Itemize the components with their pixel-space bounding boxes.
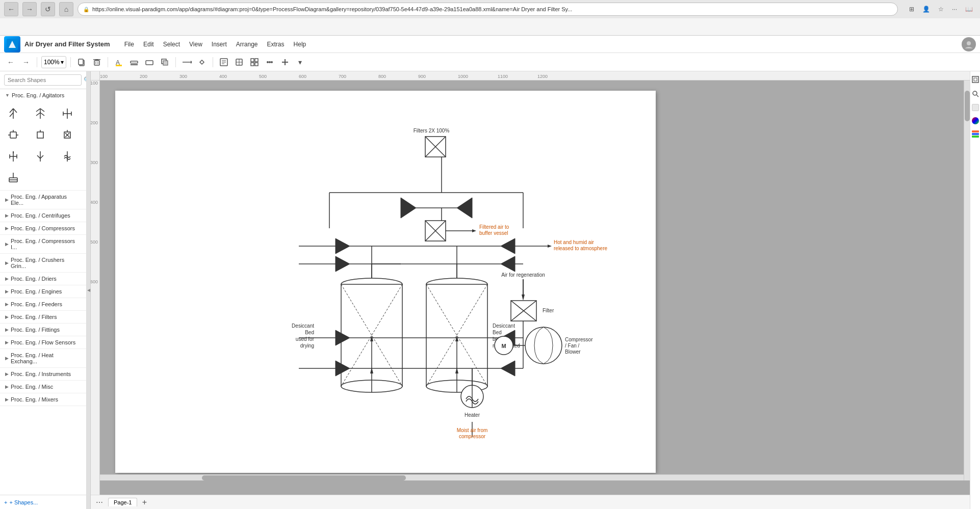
line-color-btn[interactable]: [127, 56, 141, 69]
reload-button[interactable]: ↺: [41, 2, 55, 16]
forward-button[interactable]: →: [22, 2, 37, 16]
ruler-mark-200: 200: [140, 74, 179, 79]
plus-btn[interactable]: [278, 56, 292, 69]
category-heat-exchangers-header[interactable]: ▶ Proc. Eng. / Heat Exchang...: [0, 349, 86, 367]
search-zoom-btn[interactable]: [971, 90, 979, 98]
page-options-btn[interactable]: ⋯: [95, 498, 104, 507]
category-compressors-header[interactable]: ▶ Proc. Eng. / Compressors: [0, 222, 86, 234]
menu-edit[interactable]: Edit: [139, 39, 158, 50]
svg-marker-79: [401, 198, 416, 218]
category-misc-header[interactable]: ▶ Proc. Eng. / Misc: [0, 381, 86, 393]
menu-select[interactable]: Select: [159, 39, 184, 50]
canvas-area: 100 200 300 400 500 600 700 800 900 1000…: [91, 71, 970, 509]
copy-btn[interactable]: [75, 56, 88, 69]
resize-btn[interactable]: [233, 56, 246, 69]
category-mixers-header[interactable]: ▶ Proc. Eng. / Mixers: [0, 393, 86, 406]
shape-item[interactable]: [57, 103, 78, 124]
menu-insert[interactable]: Insert: [208, 39, 231, 50]
add-page-button[interactable]: +: [139, 497, 149, 507]
extensions-btn[interactable]: ⊞: [906, 5, 917, 14]
format-btn[interactable]: [217, 56, 230, 69]
shape-item[interactable]: [30, 103, 50, 124]
menu-extras[interactable]: Extras: [263, 39, 289, 50]
shape-item[interactable]: [3, 125, 23, 145]
more-btn[interactable]: ···: [949, 5, 960, 14]
shape-item[interactable]: [3, 146, 23, 167]
shape-item[interactable]: [57, 125, 78, 145]
category-compressors-i-header[interactable]: ▶ Proc. Eng. / Compressors I...: [0, 235, 86, 253]
user-avatar[interactable]: [962, 37, 976, 51]
shape-item[interactable]: [30, 146, 50, 167]
horizontal-scrollbar[interactable]: [100, 474, 964, 480]
add-shapes-button[interactable]: + + Shapes...: [0, 495, 86, 509]
color-theme-btn[interactable]: [972, 117, 979, 124]
category-flow-sensors-header[interactable]: ▶ Proc. Eng. / Flow Sensors: [0, 336, 86, 349]
delete-btn[interactable]: [90, 56, 104, 69]
profile-btn[interactable]: 👤: [919, 5, 933, 14]
category-crushers-header[interactable]: ▶ Proc. Eng. / Crushers Grin...: [0, 254, 86, 272]
ruler-mark-100: 100: [100, 74, 140, 79]
favorites-btn[interactable]: ☆: [935, 5, 947, 14]
redo-button[interactable]: →: [19, 56, 33, 69]
toolbar-sep-4: [175, 57, 176, 67]
svg-line-43: [36, 113, 40, 116]
category-engines: ▶ Proc. Eng. / Engines: [0, 285, 86, 298]
menu-view[interactable]: View: [185, 39, 207, 50]
lock-icon: 🔒: [83, 7, 89, 12]
undo-button[interactable]: ←: [4, 56, 17, 69]
fit-page-btn[interactable]: [971, 75, 979, 84]
category-apparatus-header[interactable]: ▶ Proc. Eng. / Apparatus Ele...: [0, 191, 86, 209]
fill-color-btn[interactable]: A: [112, 56, 125, 69]
shape-item[interactable]: [3, 168, 23, 188]
menu-file[interactable]: File: [120, 39, 138, 50]
category-engines-header[interactable]: ▶ Proc. Eng. / Engines: [0, 285, 86, 298]
canvas-main[interactable]: Filters 2X 100%: [100, 81, 970, 495]
shadow-btn[interactable]: [158, 56, 171, 69]
browser-chrome: ← → ↺ ⌂ 🔒 https://online.visual-paradigm…: [0, 0, 980, 36]
layers-btn[interactable]: [972, 130, 979, 138]
shape-item[interactable]: [30, 125, 50, 145]
connector-btn[interactable]: [180, 56, 193, 69]
sidebar-collapse-btn[interactable]: ◀: [87, 71, 91, 509]
page-tab-1[interactable]: Page-1: [108, 498, 137, 506]
vertical-scrollbar[interactable]: [964, 81, 970, 480]
left-sidebar: 🔍 ⋮ ▼ Proc. Eng. / Agitators: [0, 71, 87, 509]
horizontal-scroll-thumb[interactable]: [202, 475, 406, 480]
address-bar[interactable]: 🔒 https://online.visual-paradigm.com/app…: [78, 3, 898, 16]
svg-marker-149: [501, 361, 515, 376]
svg-point-33: [271, 61, 273, 63]
reading-btn[interactable]: 📖: [962, 5, 976, 14]
category-driers-header[interactable]: ▶ Proc. Eng. / Driers: [0, 273, 86, 285]
plus-dropdown-btn[interactable]: ▾: [294, 56, 307, 69]
category-filters-header[interactable]: ▶ Proc. Eng. / Filters: [0, 311, 86, 323]
menu-arrange[interactable]: Arrange: [232, 39, 262, 50]
menu-help[interactable]: Help: [290, 39, 311, 50]
category-crushers: ▶ Proc. Eng. / Crushers Grin...: [0, 254, 86, 273]
category-instruments-header[interactable]: ▶ Proc. Eng. / Instruments: [0, 368, 86, 380]
toolbar-sep-2: [70, 57, 71, 67]
category-agitators-header[interactable]: ▼ Proc. Eng. / Agitators: [0, 89, 86, 101]
svg-text:used for: used for: [296, 336, 315, 342]
category-fittings-header[interactable]: ▶ Proc. Eng. / Fittings: [0, 324, 86, 336]
vertical-scroll-thumb[interactable]: [965, 91, 970, 121]
arrange-btn[interactable]: [248, 56, 261, 69]
category-centrifuges-header[interactable]: ▶ Proc. Eng. / Centrifuges: [0, 209, 86, 222]
waypoint-btn[interactable]: [195, 56, 209, 69]
format-panel-btn[interactable]: [972, 104, 979, 111]
right-tools-panel: [970, 71, 980, 509]
zoom-control[interactable]: 100% ▾: [41, 56, 66, 68]
svg-rect-29: [251, 63, 254, 66]
search-input[interactable]: [4, 74, 82, 86]
category-feeders-header[interactable]: ▶ Proc. Eng. / Feeders: [0, 298, 86, 310]
expand-arrow: ▶: [5, 397, 9, 402]
app-title: Air Dryer and Filter System: [24, 40, 110, 48]
home-button[interactable]: ⌂: [59, 2, 73, 16]
back-button[interactable]: ←: [4, 2, 18, 16]
shape-item[interactable]: [3, 103, 23, 124]
shape-item[interactable]: [57, 146, 78, 167]
svg-rect-13: [131, 61, 138, 63]
shapes-list: ▼ Proc. Eng. / Agitators: [0, 89, 86, 495]
more-tools-btn[interactable]: [263, 56, 276, 69]
line-style-btn[interactable]: [143, 56, 156, 69]
ruler-v-300: 300: [91, 160, 99, 200]
